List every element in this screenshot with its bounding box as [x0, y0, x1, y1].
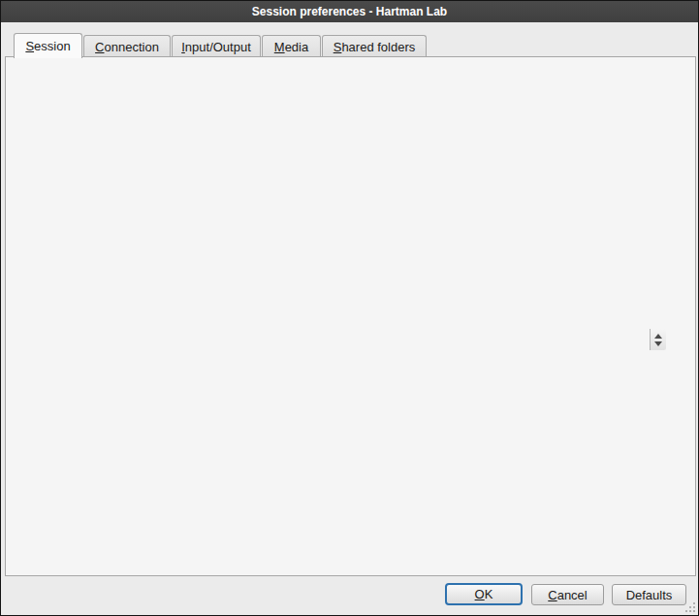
tab-shared-folders[interactable]: Shared folders: [322, 35, 427, 57]
tab-session[interactable]: Session: [14, 33, 82, 58]
session-preferences-dialog: Session preferences - Hartman Lab Sessio…: [0, 0, 699, 616]
spin-buttons: [650, 329, 666, 350]
tab-input-output[interactable]: Input/Output: [172, 35, 261, 57]
tab-media[interactable]: Media: [262, 35, 321, 57]
tab-connection-label: Connection: [95, 40, 159, 54]
window-title: Session preferences - Hartman Lab: [252, 5, 447, 18]
tab-input-output-label: Input/Output: [181, 40, 251, 54]
tab-connection[interactable]: Connection: [83, 35, 171, 57]
spin-down-icon[interactable]: [654, 341, 662, 346]
session-tab-pane: [5, 56, 696, 576]
tab-session-label: Session: [25, 39, 70, 53]
window-titlebar[interactable]: Session preferences - Hartman Lab: [1, 1, 698, 22]
spin-up-icon[interactable]: [654, 334, 662, 339]
tab-media-label: Media: [274, 40, 308, 54]
resize-grip[interactable]: [685, 602, 695, 612]
defaults-button[interactable]: Defaults: [612, 584, 686, 605]
ok-button[interactable]: OK: [445, 583, 523, 605]
cancel-button[interactable]: Cancel: [531, 584, 604, 605]
tab-shared-folders-label: Shared folders: [334, 40, 416, 54]
